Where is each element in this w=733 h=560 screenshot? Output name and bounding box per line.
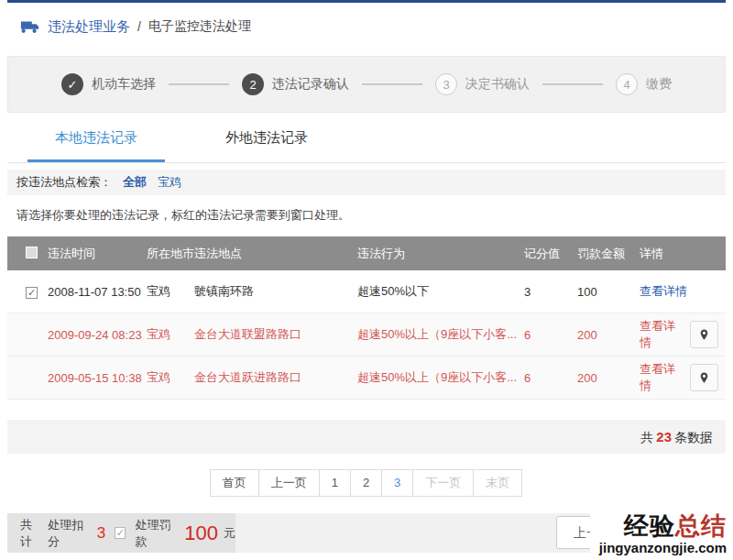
pagination: 首页 上一页 1 2 3 下一页 末页 [7, 454, 726, 513]
breadcrumb-title[interactable]: 违法处理业务 [48, 18, 130, 36]
header-points: 记分值 [524, 246, 577, 262]
step-label: 违法记录确认 [272, 76, 349, 93]
step-vehicle-select: ✓ 机动车选择 [61, 73, 156, 95]
table-row: 2009-05-15 10:38 宝鸡 金台大道跃进路路口 超速50%以上（9座… [7, 357, 726, 400]
breadcrumb-subtitle: 电子监控违法处理 [148, 18, 251, 35]
cell-behavior: 超速50%以下 [357, 283, 524, 300]
cell-behavior: 超速50%以上（9座以下小客... [357, 369, 524, 386]
view-detail-link[interactable]: 查看详情 [640, 283, 687, 300]
fine-unit: 元 [224, 525, 235, 542]
map-pin-button[interactable] [690, 364, 718, 391]
table-row: 2009-09-24 08:23 宝鸡 金台大道联盟路路口 超速50%以上（9座… [7, 313, 726, 357]
step-label: 决定书确认 [465, 76, 530, 93]
cell-time: 2009-05-15 10:38 [48, 371, 147, 385]
cell-time: 2008-11-07 13:50 [48, 285, 147, 299]
page-2-button[interactable]: 2 [350, 469, 382, 497]
select-all-checkbox[interactable] [26, 247, 38, 258]
cell-location: 虢镇南环路 [194, 283, 357, 300]
filter-option-all[interactable]: 全部 [123, 174, 147, 191]
map-pin-button[interactable] [690, 321, 718, 348]
page-prev-button[interactable]: 上一页 [258, 469, 320, 497]
header-city: 所在地市 [147, 246, 194, 262]
location-filter: 按违法地点检索： 全部 宝鸡 [7, 170, 726, 195]
cell-city: 宝鸡 [147, 369, 194, 386]
header-behavior: 违法行为 [357, 246, 524, 262]
page-first-button[interactable]: 首页 [210, 469, 259, 497]
truck-icon [20, 19, 40, 34]
page-last-button[interactable]: 末页 [473, 469, 522, 497]
watermark: 经验总结 jingyanzongjie.com [590, 512, 728, 555]
step-indicator: ✓ 机动车选择 2 违法记录确认 3 决定书确认 4 缴费 [7, 56, 726, 113]
tab-nonlocal-violations[interactable]: 外地违法记录 [198, 113, 335, 162]
breadcrumb-separator: / [137, 19, 141, 34]
cell-location: 金台大道跃进路路口 [194, 369, 357, 386]
cell-city: 宝鸡 [147, 283, 194, 300]
step-label: 缴费 [646, 76, 672, 93]
map-pin-icon [698, 329, 710, 341]
selection-notice: 请选择你要处理的违法记录，标红的违法记录需要到窗口处理。 [16, 207, 726, 224]
record-count: 23 [656, 429, 672, 445]
total-label: 共计 [20, 517, 42, 550]
header-detail: 详情 [640, 246, 726, 262]
header-time: 违法时间 [48, 246, 147, 262]
cell-points: 6 [524, 328, 577, 342]
step-connector [542, 83, 603, 85]
page-3-button[interactable]: 3 [381, 469, 413, 497]
fine-checkbox[interactable]: ✓ [115, 527, 126, 539]
points-label: 处理扣分 [48, 517, 92, 550]
count-prefix: 共 [640, 430, 653, 445]
watermark-text-red: 总结 [675, 512, 727, 540]
cell-points: 3 [524, 285, 577, 299]
cell-behavior: 超速50%以上（9座以下小客... [357, 326, 524, 343]
step-number: 3 [435, 73, 457, 95]
step-payment: 4 缴费 [616, 73, 672, 95]
fine-label: 处理罚款 [135, 517, 179, 550]
view-detail-link[interactable]: 查看详情 [640, 318, 683, 351]
tab-local-violations[interactable]: 本地违法记录 [27, 113, 165, 162]
points-value: 3 [97, 524, 105, 543]
cell-points: 6 [524, 371, 577, 385]
count-suffix: 条数据 [674, 430, 713, 445]
table-row: ✓ 2008-11-07 13:50 宝鸡 虢镇南环路 超速50%以下 3 10… [7, 270, 726, 313]
totals-summary: 共计 处理扣分3 ✓ 处理罚款100 元 [7, 513, 235, 553]
page-1-button[interactable]: 1 [319, 469, 351, 497]
cell-fine: 100 [577, 285, 640, 299]
page-next-button[interactable]: 下一页 [412, 469, 474, 497]
step-record-confirm: 2 违法记录确认 [242, 73, 349, 95]
header-location: 违法地点 [194, 246, 357, 262]
check-icon: ✓ [61, 73, 83, 95]
step-connector [362, 83, 422, 85]
cell-location: 金台大道联盟路路口 [194, 326, 357, 343]
map-pin-icon [698, 372, 710, 384]
view-detail-link[interactable]: 查看详情 [640, 361, 683, 394]
filter-option-baoji[interactable]: 宝鸡 [158, 174, 181, 191]
filter-label: 按违法地点检索： [16, 174, 112, 191]
step-number: 4 [616, 73, 638, 95]
cell-city: 宝鸡 [147, 326, 194, 343]
cell-fine: 200 [577, 328, 640, 342]
watermark-url: jingyanzongjie.com [599, 541, 727, 555]
breadcrumb: 违法处理业务 / 电子监控违法处理 [7, 3, 726, 50]
step-number: 2 [242, 73, 264, 95]
page: 违法处理业务 / 电子监控违法处理 ✓ 机动车选择 2 违法记录确认 3 决定书… [7, 0, 726, 553]
cell-time: 2009-09-24 08:23 [48, 328, 147, 342]
header-fine: 罚款金额 [577, 246, 640, 262]
record-count-bar: 共23条数据 [7, 420, 726, 454]
watermark-text-black: 经验 [624, 512, 675, 540]
step-label: 机动车选择 [92, 76, 156, 93]
row-checkbox[interactable]: ✓ [26, 287, 38, 299]
tab-bar: 本地违法记录 外地违法记录 [7, 113, 726, 163]
step-connector [169, 83, 229, 85]
table-header: 违法时间 所在地市 违法地点 违法行为 记分值 罚款金额 详情 [7, 236, 726, 270]
step-decision-confirm: 3 决定书确认 [435, 73, 530, 95]
cell-fine: 200 [577, 371, 640, 385]
fine-value: 100 [184, 522, 218, 545]
